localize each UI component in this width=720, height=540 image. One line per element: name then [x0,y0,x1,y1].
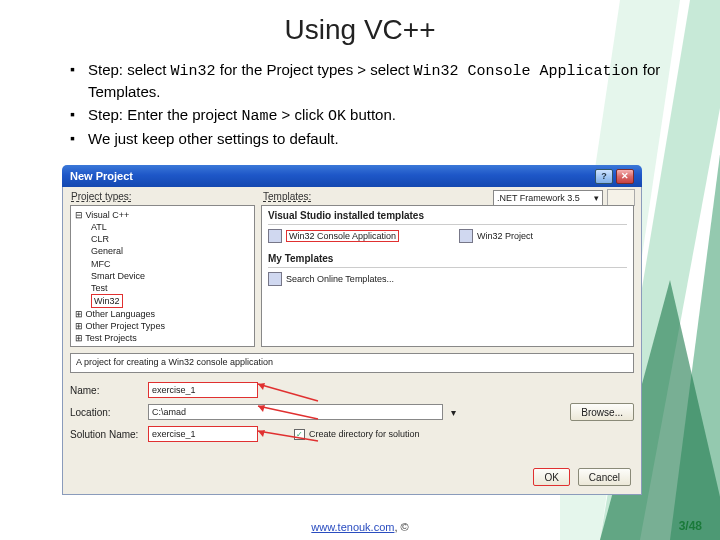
text: Step: select [88,61,171,78]
name-row: Name: exercise_1 [70,381,634,399]
cancel-button[interactable]: Cancel [578,468,631,486]
dialog-body: Project types: Templates: .NET Framework… [62,187,642,495]
footer: www.tenouk.com, © [0,521,720,533]
template-label: Win32 Project [477,231,533,241]
location-row: Location: C:\amad ▾ Browse... [70,403,634,421]
tree-item: ⊞ Other Languages [75,308,250,320]
browse-button[interactable]: Browse... [570,403,634,421]
template-label: Win32 Console Application [286,230,399,242]
framework-value: .NET Framework 3.5 [497,193,580,203]
text: Step: Enter the project [88,106,241,123]
project-types-tree[interactable]: ⊟ Visual C++ ATL CLR General MFC Smart D… [70,205,255,347]
tree-item: ⊞ Other Project Types [75,320,250,332]
dialog-title: New Project [70,170,133,182]
code-text: Win32 Console Application [414,63,639,80]
tree-item[interactable]: CLR [75,233,250,245]
chevron-down-icon: ▾ [594,193,599,203]
template-item-selected[interactable]: Win32 Console Application [268,229,399,243]
framework-combo[interactable]: .NET Framework 3.5 ▾ [493,190,603,206]
chevron-down-icon[interactable]: ▾ [451,407,456,418]
location-label: Location: [70,407,142,418]
solution-label: Solution Name: [70,429,142,440]
tree-item: ⊞ Test Projects [75,332,250,344]
checkbox-icon: ✓ [294,429,305,440]
dialog-buttons: OK Cancel [533,468,631,486]
bullet-item: We just keep other settings to default. [70,129,670,149]
text: We just keep other settings to default. [88,130,339,147]
templates-pane: Visual Studio installed templates Win32 … [261,205,634,347]
search-icon [268,272,282,286]
view-icons[interactable] [607,189,635,206]
close-button[interactable]: ✕ [616,169,634,184]
name-input[interactable]: exercise_1 [148,382,258,398]
help-button[interactable]: ? [595,169,613,184]
location-input[interactable]: C:\amad [148,404,443,420]
dialog-titlebar: New Project ? ✕ [62,165,642,187]
code-text: Name [241,108,277,125]
template-icon [268,229,282,243]
template-item-search[interactable]: Search Online Templates... [268,272,627,286]
template-icon [459,229,473,243]
bullet-item: Step: Enter the project Name > click OK … [70,105,670,127]
tree-item[interactable]: ATL [75,221,250,233]
tree-item[interactable]: Smart Device [75,270,250,282]
new-project-dialog: New Project ? ✕ Project types: Templates… [62,165,642,495]
bullet-item: Step: select Win32 for the Project types… [70,60,670,103]
copyright: , © [394,521,408,533]
solution-row: Solution Name: exercise_1 ✓ Create direc… [70,425,634,443]
tree-item[interactable]: General [75,245,250,257]
text: > click [277,106,327,123]
description-bar: A project for creating a Win32 console a… [70,353,634,373]
my-templates-header: My Templates [268,253,627,264]
page-number: 3/48 [679,519,702,533]
tree-item-selected[interactable]: Win32 [75,294,250,308]
text: for the Project types > select [216,61,414,78]
name-label: Name: [70,385,142,396]
tree-item[interactable]: MFC [75,258,250,270]
templates-header: Visual Studio installed templates [268,210,627,221]
ok-button[interactable]: OK [533,468,569,486]
tree-root: ⊟ Visual C++ [75,209,250,221]
checkbox-label: Create directory for solution [309,429,420,439]
code-text: Win32 [171,63,216,80]
tree-item[interactable]: Test [75,282,250,294]
code-text: OK [328,108,346,125]
footer-link[interactable]: www.tenouk.com [311,521,394,533]
project-types-label: Project types: [71,191,132,202]
text: button. [346,106,396,123]
template-item[interactable]: Win32 Project [459,229,533,243]
template-label: Search Online Templates... [286,274,394,284]
slide-title: Using VC++ [0,14,720,46]
bullet-list: Step: select Win32 for the Project types… [70,60,670,149]
create-directory-checkbox[interactable]: ✓ Create directory for solution [294,429,420,440]
templates-label: Templates: [263,191,311,202]
solution-input[interactable]: exercise_1 [148,426,258,442]
